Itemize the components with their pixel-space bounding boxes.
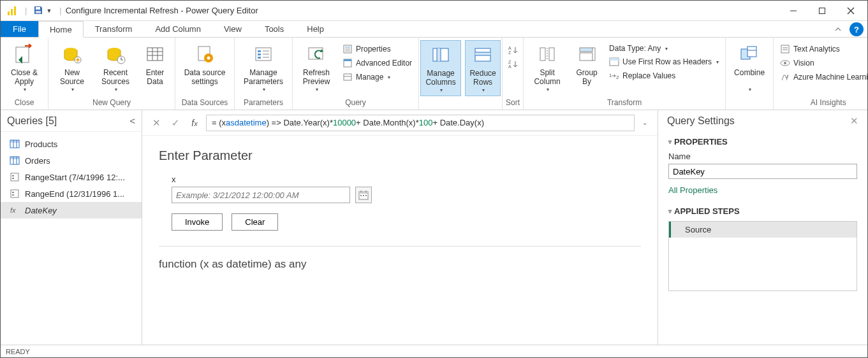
svg-rect-26 bbox=[258, 54, 261, 55]
text-analytics-button[interactable]: Text Analytics bbox=[777, 43, 868, 55]
recent-sources-button[interactable]: Recent Sources▾ bbox=[96, 40, 135, 95]
svg-rect-82 bbox=[12, 194, 14, 196]
group-label-parameters: Parameters bbox=[239, 97, 288, 110]
manage-parameters-button[interactable]: Manage Parameters▾ bbox=[239, 40, 288, 95]
collapse-queries-icon[interactable]: < bbox=[129, 115, 135, 126]
svg-rect-90 bbox=[365, 195, 367, 196]
group-label-new-query: New Query bbox=[52, 97, 171, 110]
manage-button[interactable]: Manage▾ bbox=[340, 71, 415, 83]
svg-rect-25 bbox=[258, 50, 261, 52]
svg-rect-80 bbox=[11, 190, 18, 197]
parameter-icon bbox=[10, 172, 20, 182]
svg-rect-56 bbox=[580, 53, 592, 61]
new-source-button[interactable]: New Source▾ bbox=[52, 40, 92, 95]
combine-button[interactable]: Combine▾ bbox=[730, 40, 769, 95]
accept-formula-icon[interactable]: ✓ bbox=[168, 115, 183, 131]
clear-button[interactable]: Clear bbox=[232, 213, 278, 231]
group-label-manage-columns bbox=[420, 97, 501, 110]
svg-rect-77 bbox=[11, 173, 18, 181]
save-icon[interactable] bbox=[33, 5, 45, 17]
close-apply-button[interactable]: Close & Apply▾ bbox=[4, 40, 44, 95]
tab-file[interactable]: File bbox=[1, 21, 38, 37]
name-input[interactable] bbox=[668, 164, 857, 179]
data-type-button[interactable]: Data Type: Any▾ bbox=[607, 43, 721, 54]
maximize-button[interactable] bbox=[807, 1, 836, 20]
svg-rect-62 bbox=[747, 47, 756, 57]
window-title: Configure Incremental Refresh - Power Qu… bbox=[66, 6, 258, 15]
first-row-headers-button[interactable]: Use First Row as Headers▾ bbox=[607, 55, 721, 68]
properties-section-title[interactable]: ▿PROPERTIES bbox=[668, 137, 857, 147]
vision-button[interactable]: Vision bbox=[777, 57, 868, 69]
query-item-orders[interactable]: Orders bbox=[1, 152, 142, 169]
svg-rect-1 bbox=[11, 9, 13, 15]
sort-desc-button[interactable]: ZA bbox=[505, 58, 520, 71]
group-label-sort: Sort bbox=[505, 97, 520, 110]
parameter-icon bbox=[10, 189, 20, 199]
help-icon[interactable]: ? bbox=[850, 22, 864, 36]
step-source[interactable]: Source bbox=[669, 222, 857, 238]
svg-text:Z: Z bbox=[508, 60, 511, 64]
group-label-ai-insights: AI Insights bbox=[777, 97, 868, 110]
svg-rect-41 bbox=[437, 48, 441, 61]
divider: | bbox=[25, 6, 27, 15]
table-icon bbox=[10, 139, 20, 149]
svg-rect-89 bbox=[363, 195, 364, 196]
save-dropdown-caret[interactable]: ▼ bbox=[46, 8, 52, 14]
group-label-data-sources: Data Sources bbox=[179, 97, 230, 110]
query-item-rangestart[interactable]: RangeStart (7/4/1996 12:... bbox=[1, 169, 142, 185]
parameter-title: Enter Parameter bbox=[159, 148, 641, 163]
tab-view[interactable]: View bbox=[212, 21, 253, 37]
settings-title: Query Settings bbox=[667, 115, 735, 127]
svg-rect-3 bbox=[36, 7, 40, 10]
svg-rect-2 bbox=[14, 6, 16, 15]
advanced-editor-button[interactable]: Advanced Editor bbox=[340, 57, 415, 69]
query-item-datekey[interactable]: fx DateKey bbox=[1, 202, 142, 218]
replace-values-button[interactable]: 12Replace Values bbox=[607, 69, 721, 82]
manage-columns-button[interactable]: Manage Columns▾ bbox=[420, 40, 461, 96]
svg-rect-45 bbox=[475, 52, 490, 55]
expand-formula-icon[interactable]: ⌄ bbox=[638, 119, 651, 126]
refresh-preview-button[interactable]: Refresh Preview▾ bbox=[297, 40, 336, 95]
tab-transform[interactable]: Transform bbox=[84, 21, 144, 37]
name-label: Name bbox=[668, 152, 857, 161]
svg-rect-81 bbox=[12, 192, 14, 193]
svg-rect-55 bbox=[580, 48, 592, 52]
calendar-button[interactable] bbox=[355, 187, 372, 203]
group-label-combine bbox=[730, 97, 769, 110]
svg-rect-6 bbox=[819, 8, 825, 13]
sort-asc-button[interactable]: AZ bbox=[505, 44, 520, 57]
tab-help[interactable]: Help bbox=[295, 21, 335, 37]
svg-rect-37 bbox=[344, 59, 351, 61]
formula-input[interactable]: = (x as datetime) => Date.Year(x)*10000 … bbox=[206, 115, 635, 131]
enter-data-button[interactable]: Enter Data bbox=[139, 40, 171, 89]
query-item-rangeend[interactable]: RangeEnd (12/31/1996 1... bbox=[1, 185, 142, 202]
split-column-button[interactable]: Split Column▾ bbox=[527, 40, 567, 95]
data-source-settings-button[interactable]: Data source settings bbox=[179, 40, 230, 89]
minimize-button[interactable] bbox=[779, 1, 807, 20]
collapse-ribbon-icon[interactable] bbox=[830, 21, 846, 37]
azure-ml-button[interactable]: Azure Machine Learning bbox=[777, 71, 868, 83]
function-icon: fx bbox=[10, 205, 20, 215]
queries-header: Queries [5] bbox=[7, 115, 57, 127]
properties-button[interactable]: Properties bbox=[340, 43, 415, 55]
reduce-rows-button[interactable]: Reduce Rows▾ bbox=[465, 40, 501, 96]
parameter-input[interactable] bbox=[172, 187, 350, 203]
svg-rect-0 bbox=[8, 11, 10, 15]
svg-text:1: 1 bbox=[609, 73, 612, 78]
svg-text:A: A bbox=[508, 46, 511, 50]
invoke-button[interactable]: Invoke bbox=[172, 213, 223, 231]
all-properties-link[interactable]: All Properties bbox=[668, 185, 857, 195]
tab-tools[interactable]: Tools bbox=[253, 21, 295, 37]
tab-add-column[interactable]: Add Column bbox=[143, 21, 212, 37]
tab-home[interactable]: Home bbox=[38, 21, 84, 38]
svg-rect-70 bbox=[10, 140, 19, 143]
applied-steps-title[interactable]: ▿APPLIED STEPS bbox=[668, 206, 857, 216]
cancel-formula-icon[interactable]: ✕ bbox=[149, 115, 164, 131]
svg-rect-16 bbox=[147, 48, 163, 61]
group-label-close: Close bbox=[4, 97, 44, 110]
svg-point-23 bbox=[207, 57, 210, 60]
group-by-button[interactable]: Group By bbox=[571, 40, 603, 89]
query-item-products[interactable]: Products bbox=[1, 136, 142, 152]
close-settings-icon[interactable]: ✕ bbox=[850, 115, 858, 127]
close-window-button[interactable] bbox=[836, 1, 865, 20]
